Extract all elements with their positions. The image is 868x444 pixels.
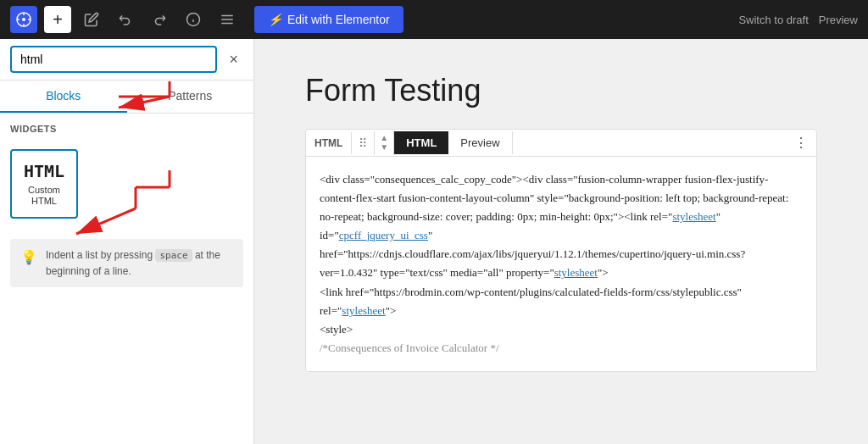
tab-patterns[interactable]: Patterns — [127, 80, 254, 113]
list-view-icon[interactable] — [214, 6, 241, 33]
top-bar-right: Switch to draft Preview — [738, 14, 858, 26]
block-label: HTML — [306, 132, 352, 154]
html-content: <div class="consequences_calc_copy_code"… — [306, 157, 816, 371]
switch-to-draft-link[interactable]: Switch to draft — [738, 14, 808, 26]
html-line-1: <div class="consequences_calc_copy_code"… — [320, 170, 803, 283]
edit-icon[interactable] — [78, 6, 105, 33]
stylesheet-link-3[interactable]: stylesheet — [342, 304, 385, 317]
html-widget-label: Custom HTML — [19, 185, 70, 207]
search-close-button[interactable]: × — [224, 49, 243, 70]
more-options-icon[interactable]: ⋮ — [786, 130, 816, 156]
move-up-icon[interactable]: ▲ — [380, 134, 388, 142]
hint-icon: 💡 — [20, 249, 37, 265]
preview-link[interactable]: Preview — [819, 14, 858, 26]
info-icon[interactable] — [180, 6, 207, 33]
add-block-button[interactable]: + — [44, 6, 71, 33]
widgets-grid: HTML Custom HTML — [0, 139, 253, 229]
tabs-row: Blocks Patterns — [0, 80, 253, 114]
tab-preview[interactable]: Preview — [448, 131, 512, 154]
redo-icon[interactable] — [146, 6, 173, 33]
move-down-icon[interactable]: ▼ — [380, 143, 388, 152]
html-block: HTML ⠿ ▲ ▼ HTML Preview ⋮ <div class="co… — [305, 129, 817, 372]
undo-icon[interactable] — [112, 6, 139, 33]
stylesheet-link-2[interactable]: stylesheet — [554, 266, 598, 279]
cpcff-link[interactable]: cpcff_jquery_ui_css — [339, 229, 428, 241]
layout: × Blocks Patterns WIDGETS HTML Custom HT… — [0, 39, 868, 444]
page-title: Form Testing — [305, 73, 817, 108]
html-line-3: <style> — [320, 320, 803, 339]
top-bar: + ⚡ Edit with Elementor Switch to draft … — [0, 0, 868, 39]
html-block-toolbar: HTML ⠿ ▲ ▼ HTML Preview ⋮ — [306, 130, 816, 157]
drag-handle-icon[interactable]: ⠿ — [352, 131, 375, 155]
widgets-section-label: WIDGETS — [0, 114, 253, 139]
html-comment: /*Consequences of Invoice Calculator */ — [320, 339, 803, 358]
search-bar: × — [0, 39, 253, 80]
custom-html-widget[interactable]: HTML Custom HTML — [10, 149, 78, 219]
hint-box: 💡 Indent a list by pressing space at the… — [10, 239, 243, 287]
wp-logo — [10, 6, 37, 33]
elementor-icon: ⚡ — [268, 13, 282, 26]
svg-point-1 — [22, 18, 25, 21]
search-input[interactable] — [10, 46, 217, 73]
sidebar: × Blocks Patterns WIDGETS HTML Custom HT… — [0, 39, 254, 444]
block-move-icons: ▲ ▼ — [375, 130, 394, 155]
stylesheet-link-1[interactable]: stylesheet — [672, 210, 715, 223]
html-widget-icon: HTML — [24, 161, 64, 181]
html-line-2: <link href="https://brodmin.com/wp-conte… — [320, 283, 803, 320]
tab-html[interactable]: HTML — [394, 131, 448, 154]
main-content: Form Testing HTML ⠿ ▲ ▼ HTML Preview ⋮ <… — [254, 39, 868, 444]
edit-with-elementor-button[interactable]: ⚡ Edit with Elementor — [254, 6, 403, 33]
tab-blocks[interactable]: Blocks — [0, 80, 127, 113]
space-kbd: space — [155, 249, 192, 262]
hint-text: Indent a list by pressing space at the b… — [46, 247, 233, 279]
